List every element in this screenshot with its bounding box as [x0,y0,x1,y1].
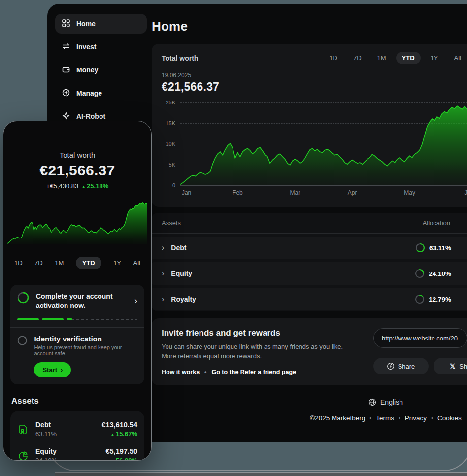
asset-name: Equity [171,270,192,277]
sidebar-item-money[interactable]: Money [55,60,147,80]
refer-friend-link[interactable]: Go to the Refer a friend page [211,369,296,375]
referral-link-input[interactable] [373,328,467,348]
tab-1y[interactable]: 1Y [113,257,121,269]
card-title: Total worth [162,54,198,62]
allocation-column-header: Allocation [423,219,450,227]
divider [10,327,144,328]
identity-verification-title: Identity verification [34,335,137,343]
y-tick: 10K [166,141,175,147]
tab-ytd[interactable]: YTD [396,52,421,64]
x-tick: Jun [464,189,467,196]
mobile-total-worth-value: €21,566.37 [7,162,147,179]
language-label: English [380,398,403,406]
identity-verification-subtext: Help us prevent fraud and keep your acco… [34,344,137,356]
tab-1m[interactable]: 1M [55,257,64,269]
tab-1d[interactable]: 1D [14,257,23,269]
mobile-area-chart[interactable] [7,201,147,244]
mobile-time-range-tabs: 1D 7D 1M YTD 1Y All [7,257,147,269]
start-verification-button[interactable]: Start › [34,362,71,377]
tab-ytd[interactable]: YTD [76,257,101,269]
tab-1d[interactable]: 1D [323,52,343,64]
share-label: Share [459,363,467,370]
chevron-right-icon: › [61,366,63,374]
asset-change: 56.89% [116,457,137,461]
invite-friends-card: Invite friends and get rewards You can s… [152,318,467,385]
table-row-royalty[interactable]: › Royalty 12.79% [152,288,467,310]
x-axis: Jan Feb Mar Apr May Jun [180,189,467,200]
sidebar-item-label: Invest [76,43,96,51]
y-tick: 0 [172,182,175,188]
up-triangle-icon: ▲ [110,459,115,461]
x-tick: Apr [348,189,357,196]
asset-name: Royalty [171,295,196,303]
tab-1m[interactable]: 1M [371,52,392,64]
sidebar-item-label: AI-Robot [76,112,105,120]
facebook-icon [387,363,394,370]
language-selector[interactable]: English [152,398,467,406]
share-facebook-button[interactable]: Share [373,358,429,374]
x-tick: Feb [233,189,243,196]
transfer-arrows-icon [62,42,70,52]
tab-7d[interactable]: 7D [347,52,367,64]
sidebar-item-manage[interactable]: Manage [55,83,147,103]
dot-separator: • [369,415,371,421]
table-row-debt[interactable]: › Debt 63.11% [152,237,467,259]
copyright: ©2025 Marketberg [310,414,365,422]
chart-date: 19.06.2025 [162,72,467,79]
share-x-button[interactable]: 𝕏 Share [434,358,467,374]
bottom-band [55,472,467,476]
asset-allocation: 24.10% [35,457,57,461]
sidebar-item-label: Manage [76,89,102,97]
allocation-donut [415,294,425,304]
wallet-icon [62,65,70,75]
invite-title: Invite friends and get rewards [162,328,343,338]
tab-1y[interactable]: 1Y [425,52,444,64]
mobile-app-mockup: Total worth €21,566.37 +€5,430.83 ▲25.18… [3,121,152,461]
table-row-equity[interactable]: › Equity 24.10% [152,262,467,285]
dot-separator: • [431,415,433,421]
privacy-link[interactable]: Privacy [405,414,427,422]
list-item-equity[interactable]: Equity 24.10% €5,197.50 ▲56.89% [17,442,137,461]
chevron-right-icon: › [162,295,164,303]
sidebar-item-label: Home [76,20,96,28]
tab-7d[interactable]: 7D [34,257,43,269]
dot-separator: • [399,415,400,421]
asset-allocation: 63.11% [35,430,57,438]
how-it-works-link[interactable]: How it works [162,369,200,375]
invite-body-line1: You can share your unique link with as m… [162,343,343,350]
sparkle-icon [62,111,70,122]
tab-all[interactable]: All [448,52,467,64]
assets-table: Assets Allocation › Debt 63.11% [152,213,467,311]
activation-message: Complete your account activation now. [36,292,128,310]
tab-all[interactable]: All [133,257,140,269]
main-content: Home Total worth 1D 7D 1M YTD 1Y All 19.… [152,4,467,442]
chevron-right-icon[interactable]: › [134,296,137,306]
cookies-link[interactable]: Cookies [437,414,462,422]
pie-chart-icon [17,450,29,461]
asset-value: €13,610.54 [101,421,137,429]
mobile-assets-card: Debt 63.11% €13,610.54 ▲15.67% Equity 24… [10,411,144,461]
footer: English ©2025 Marketberg • Terms • Priva… [152,398,467,422]
allocation-donut [415,269,425,278]
asset-name: Equity [35,447,57,455]
sidebar-item-home[interactable]: Home [55,14,147,34]
y-tick: 5K [169,162,175,168]
total-worth-value: €21,566.37 [162,80,467,94]
start-label: Start [42,366,57,374]
asset-value: €5,197.50 [105,447,137,455]
y-tick: 15K [166,120,175,126]
up-triangle-icon: ▲ [110,432,115,437]
chevron-right-icon: › [162,270,164,277]
allocation-donut [415,243,425,253]
total-worth-card: Total worth 1D 7D 1M YTD 1Y All 19.06.20… [152,44,467,207]
list-item-debt[interactable]: Debt 63.11% €13,610.54 ▲15.67% [17,416,137,442]
y-tick: 25K [166,100,175,105]
activation-progress-ring [17,292,29,304]
activation-step-progress [17,318,137,320]
y-axis: 25K 15K 10K 5K 0 [162,102,180,185]
sidebar-item-invest[interactable]: Invest [55,37,147,57]
terms-link[interactable]: Terms [376,414,394,422]
assets-column-header: Assets [162,219,181,227]
portfolio-area-chart[interactable] [180,102,467,185]
mobile-delta-value: +€5,430.83 [46,182,78,190]
